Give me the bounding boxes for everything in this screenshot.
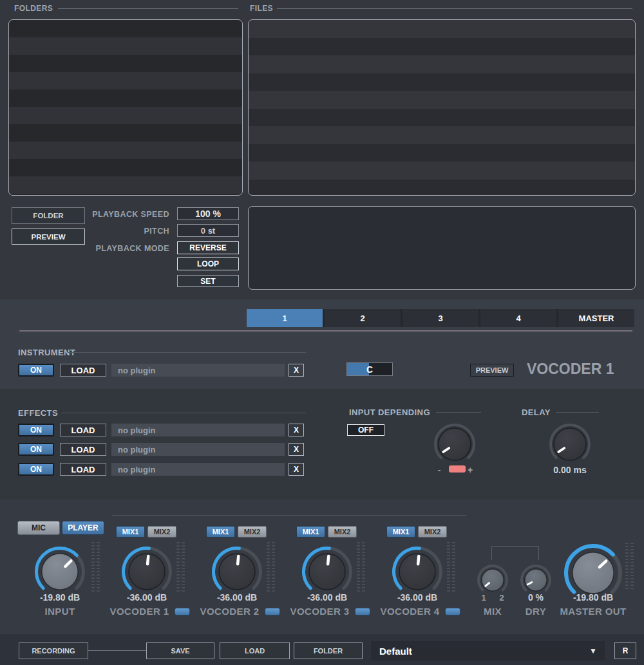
recording-button[interactable]: RECORDING: [19, 642, 88, 659]
footer-load-button[interactable]: LOAD: [220, 642, 290, 659]
effect3-plugin-field[interactable]: no plugin: [111, 463, 285, 476]
vocoder4-mix1-button[interactable]: MIX1: [386, 526, 415, 538]
input-gain-knob[interactable]: [33, 545, 86, 598]
vocoder1-gain-value: -36.00 dB: [99, 592, 195, 603]
effect2-clear-button[interactable]: X: [289, 443, 304, 456]
effect1-plugin-field[interactable]: no plugin: [111, 424, 285, 436]
reset-button[interactable]: R: [614, 642, 636, 659]
effect2-on-button[interactable]: ON: [18, 443, 54, 456]
vocoder3-mix1-button[interactable]: MIX1: [296, 526, 325, 538]
vocoder4-enable-checkbox[interactable]: [445, 608, 460, 615]
input-label: INPUT: [12, 606, 108, 617]
pan-value: C: [347, 363, 392, 375]
input-depending-label: INPUT DEPENDING: [349, 407, 430, 417]
dropdown-arrow-icon[interactable]: ▼: [589, 646, 605, 655]
channel-title: VOCODER 1: [527, 361, 614, 378]
footer-connector: [88, 650, 146, 651]
vocoder3-gain-value: -36.00 dB: [279, 592, 375, 603]
files-rule: [277, 8, 632, 9]
tab-1[interactable]: 1: [247, 309, 323, 327]
mix-2-label: 2: [497, 593, 506, 603]
vocoder2-meter: [267, 542, 275, 594]
vocoder3-mix2-button[interactable]: MIX2: [328, 526, 357, 538]
master-out-value: -19.80 dB: [545, 592, 641, 603]
instrument-preview-button[interactable]: PREVIEW: [470, 364, 514, 377]
vocoder2-label-text: VOCODER 2: [200, 606, 260, 617]
input-depending-knob[interactable]: [433, 422, 477, 466]
input-depending-indicator: [449, 465, 466, 473]
master-meter: [625, 543, 634, 590]
vocoder-plugin-window: FOLDERS FILES FOLDER PREVIEW PLAYBACK SP…: [0, 0, 644, 665]
instrument-plugin-field[interactable]: no plugin: [111, 364, 285, 377]
vocoder2-label: VOCODER 2: [189, 606, 292, 617]
set-button[interactable]: SET: [177, 275, 239, 287]
vocoder3-gain-knob[interactable]: [301, 545, 354, 598]
input-meter: [91, 542, 100, 594]
instrument-load-button[interactable]: LOAD: [60, 364, 106, 377]
effect2-load-button[interactable]: LOAD: [60, 443, 106, 456]
vocoder2-gain-value: -36.00 dB: [189, 592, 285, 603]
save-button[interactable]: SAVE: [146, 642, 214, 659]
tab-master[interactable]: MASTER: [558, 309, 634, 327]
effect3-clear-button[interactable]: X: [289, 463, 304, 476]
playback-mode-label: PLAYBACK MODE: [39, 244, 169, 253]
vocoder1-gain-knob[interactable]: [120, 545, 173, 598]
effects-label: EFFECTS: [18, 408, 58, 418]
vocoder4-label-text: VOCODER 4: [381, 606, 440, 617]
mix-knob[interactable]: [476, 563, 509, 597]
delay-value: 0.00 ms: [544, 465, 596, 475]
player-button[interactable]: PLAYER: [62, 521, 104, 535]
effect1-on-button[interactable]: ON: [18, 424, 54, 436]
mic-button[interactable]: MIC: [17, 521, 60, 535]
playback-speed-value[interactable]: 100 %: [177, 207, 239, 220]
input-depending-plus[interactable]: +: [466, 465, 474, 475]
folders-list[interactable]: [8, 19, 243, 196]
vocoder4-meter: [447, 542, 455, 594]
vocoder4-gain-value: -36.00 dB: [369, 592, 466, 603]
tab-3[interactable]: 3: [402, 309, 478, 327]
effect3-load-button[interactable]: LOAD: [60, 463, 106, 476]
pan-slider[interactable]: C: [346, 362, 393, 376]
instrument-clear-button[interactable]: X: [289, 364, 304, 377]
reverse-button[interactable]: REVERSE: [177, 241, 239, 254]
delay-knob[interactable]: [548, 422, 592, 466]
effect2-plugin-field[interactable]: no plugin: [111, 443, 285, 456]
channel-tabs: 1 2 3 4 MASTER: [247, 309, 634, 327]
vocoder4-mix2-button[interactable]: MIX2: [418, 526, 447, 538]
vocoder1-mix2-button[interactable]: MIX2: [147, 526, 176, 538]
vocoder1-mix1-button[interactable]: MIX1: [116, 526, 145, 538]
effect1-load-button[interactable]: LOAD: [60, 424, 106, 436]
vocoder1-label: VOCODER 1: [99, 606, 202, 617]
pitch-value[interactable]: 0 st: [177, 224, 239, 237]
vocoder1-enable-checkbox[interactable]: [175, 608, 190, 615]
loop-button[interactable]: LOOP: [177, 258, 239, 270]
vocoder4-gain-knob[interactable]: [391, 545, 444, 598]
master-out-label: MASTER OUT: [545, 606, 641, 617]
waveform-display: [248, 206, 636, 290]
vocoder2-enable-checkbox[interactable]: [265, 608, 280, 615]
input-depending-rule: [436, 412, 481, 413]
instrument-on-button[interactable]: ON: [18, 364, 54, 377]
vocoder2-gain-knob[interactable]: [211, 545, 263, 598]
footer-folder-button[interactable]: FOLDER: [294, 642, 363, 659]
tabs-rule: [19, 330, 632, 332]
playback-speed-label: PLAYBACK SPEED: [39, 210, 169, 219]
preset-dropdown[interactable]: Default ▼: [371, 641, 605, 660]
files-label: FILES: [250, 4, 273, 13]
mixer-rule: [112, 515, 466, 516]
tab-4[interactable]: 4: [480, 309, 556, 327]
mix-bracket: [491, 546, 539, 560]
input-depending-minus[interactable]: -: [435, 465, 443, 475]
vocoder3-enable-checkbox[interactable]: [355, 608, 370, 615]
input-depending-off-button[interactable]: OFF: [347, 424, 384, 436]
vocoder3-meter: [357, 542, 365, 594]
files-list[interactable]: [248, 19, 636, 196]
input-gain-value: -19.80 dB: [12, 592, 108, 603]
instrument-label: INSTRUMENT: [18, 348, 75, 357]
tab-2[interactable]: 2: [325, 309, 401, 327]
vocoder2-mix2-button[interactable]: MIX2: [238, 526, 267, 538]
vocoder4-label: VOCODER 4: [369, 606, 472, 617]
effect3-on-button[interactable]: ON: [18, 463, 54, 476]
effect1-clear-button[interactable]: X: [289, 424, 304, 436]
vocoder2-mix1-button[interactable]: MIX1: [206, 526, 235, 538]
